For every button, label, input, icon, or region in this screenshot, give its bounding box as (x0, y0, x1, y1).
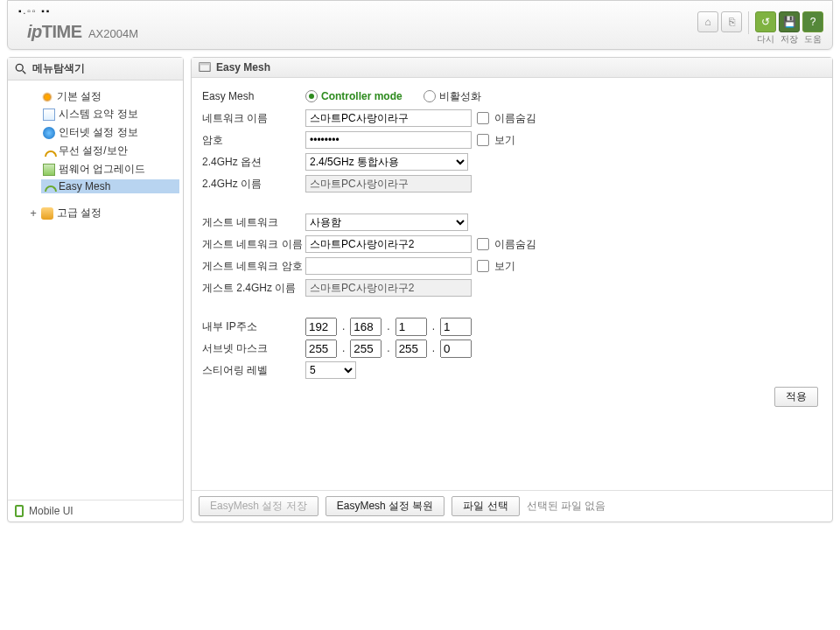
header-dots-icon: ▪.▫▫ ▪▪ (18, 6, 51, 16)
tree-label-system: 시스템 요약 정보 (59, 107, 138, 122)
guest-label: 게스트 네트워크 (202, 215, 305, 230)
mobile-icon (15, 505, 24, 517)
name24-input (305, 175, 472, 192)
tree-node-easymesh[interactable]: Easy Mesh (41, 179, 179, 193)
mode-controller-label[interactable]: Controller mode (321, 90, 402, 102)
guest-password-input[interactable] (305, 257, 472, 275)
apply-button[interactable]: 적용 (774, 387, 818, 407)
guest-ssid-hide-label[interactable]: 이름숨김 (494, 237, 536, 252)
reload-label: 다시 (755, 33, 776, 46)
opt24-label: 2.4GHz 옵션 (202, 155, 305, 170)
guest-name24-input (305, 279, 472, 297)
guest-name24-label: 게스트 2.4GHz 이름 (202, 281, 305, 296)
guest-password-show-label[interactable]: 보기 (494, 259, 515, 274)
restore-config-button[interactable]: EasyMesh 설정 복원 (326, 496, 445, 516)
logout-icon: ⎘ (729, 16, 735, 28)
tree-node-advanced[interactable]: + 고급 설정 (27, 205, 179, 221)
logo-time: TIME (42, 22, 82, 41)
opt24-select[interactable]: 2.4/5GHz 통합사용 (305, 153, 468, 171)
sidebar-footer[interactable]: Mobile UI (8, 500, 183, 522)
save-button[interactable]: 💾 (779, 11, 800, 32)
magnifier-icon (15, 63, 27, 75)
ip-octet-2[interactable] (350, 318, 382, 336)
mask-label: 서브넷 마스크 (202, 341, 305, 356)
guest-ssid-hide-checkbox[interactable] (477, 238, 489, 250)
globe-icon (43, 127, 55, 139)
ip-octet-1[interactable] (305, 318, 337, 336)
home-icon: ⌂ (704, 16, 710, 28)
tree-node-basic[interactable]: 기본 설정 (27, 88, 179, 105)
steering-select[interactable]: 5 (305, 361, 356, 379)
help-button[interactable]: ? (802, 11, 823, 32)
content-pane: Easy Mesh Easy Mesh Controller mode 비활성화 (191, 57, 833, 522)
svg-rect-3 (200, 63, 210, 66)
save-config-button: EasyMesh 설정 저장 (199, 496, 318, 516)
guest-ssid-input[interactable] (305, 235, 472, 253)
password-label: 암호 (202, 133, 305, 148)
content-title-text: Easy Mesh (216, 61, 270, 74)
tree-node-wireless[interactable]: 무선 설정/보안 (41, 143, 179, 159)
guest-password-label: 게스트 네트워크 암호 (202, 259, 305, 274)
content-title: Easy Mesh (192, 58, 832, 78)
form-body: Easy Mesh Controller mode 비활성화 네트워크 이름 (192, 78, 832, 490)
collapse-icon: + (29, 207, 38, 220)
wifi-icon (43, 145, 55, 158)
nav-tree: 기본 설정 시스템 요약 정보 인터넷 설정 정보 (8, 80, 183, 500)
mask-octet-2[interactable] (350, 340, 382, 358)
help-label: 도움 (802, 33, 823, 46)
gear-icon (41, 91, 53, 103)
mask-octet-3[interactable] (396, 340, 427, 358)
password-input[interactable] (305, 131, 472, 149)
save-icon: 💾 (783, 16, 796, 28)
tree-label-basic: 기본 설정 (57, 89, 102, 104)
tree-label-wireless: 무선 설정/보안 (59, 144, 128, 158)
password-show-label[interactable]: 보기 (494, 133, 515, 148)
logout-button[interactable]: ⎘ (721, 11, 742, 32)
mask-octet-4[interactable] (440, 340, 472, 358)
ssid-hide-checkbox[interactable] (477, 112, 489, 124)
content-footer: EasyMesh 설정 저장 EasyMesh 설정 복원 파일 선택 선택된 … (192, 490, 832, 522)
guest-ssid-label: 게스트 네트워크 이름 (202, 237, 305, 252)
password-show-checkbox[interactable] (477, 134, 489, 146)
model-label: AX2004M (88, 27, 138, 40)
ssid-input[interactable] (305, 109, 472, 127)
tools-icon (41, 207, 53, 220)
mask-octet-1[interactable] (305, 340, 337, 358)
svg-point-0 (16, 64, 23, 71)
mesh-icon (43, 180, 55, 192)
panel-icon (199, 61, 211, 74)
tree-label-advanced: 고급 설정 (57, 206, 102, 220)
tree-node-internet[interactable]: 인터넷 설정 정보 (41, 124, 179, 141)
tree-node-firmware[interactable]: 펌웨어 업그레이드 (41, 161, 179, 178)
brand-logo: ipTIME AX2004M (27, 22, 138, 42)
main-area: 메뉴탐색기 기본 설정 시스템 요약 정보 (0, 57, 840, 529)
file-select-button[interactable]: 파일 선택 (452, 496, 519, 516)
mode-disabled-label[interactable]: 비활성화 (439, 89, 481, 104)
document-icon (43, 108, 55, 121)
reload-icon: ↺ (761, 16, 770, 28)
guest-password-show-checkbox[interactable] (477, 260, 489, 272)
ssid-label: 네트워크 이름 (202, 111, 305, 126)
save-label: 저장 (779, 33, 800, 46)
mode-disabled-radio[interactable] (424, 90, 436, 102)
mode-controller-radio[interactable] (305, 90, 318, 102)
guest-select[interactable]: 사용함 (305, 214, 468, 231)
file-none-label: 선택된 파일 없음 (527, 499, 606, 514)
steering-label: 스티어링 레벨 (202, 363, 305, 378)
home-button[interactable]: ⌂ (697, 11, 718, 32)
ip-octet-4[interactable] (440, 318, 472, 336)
svg-line-1 (23, 70, 26, 74)
upgrade-icon (43, 164, 55, 176)
reload-button[interactable]: ↺ (755, 11, 776, 32)
ip-label: 내부 IP주소 (202, 319, 305, 334)
mode-label: Easy Mesh (202, 90, 305, 102)
tree-label-firmware: 펌웨어 업그레이드 (59, 162, 145, 177)
ssid-hide-label[interactable]: 이름숨김 (494, 111, 536, 126)
tree-node-system[interactable]: 시스템 요약 정보 (41, 106, 179, 122)
ip-octet-3[interactable] (396, 318, 427, 336)
header-separator (748, 11, 749, 34)
mobile-ui-link: Mobile UI (29, 505, 74, 517)
sidebar-pane: 메뉴탐색기 기본 설정 시스템 요약 정보 (7, 57, 184, 522)
tree-label-internet: 인터넷 설정 정보 (59, 125, 138, 140)
logo-ip: ip (27, 22, 42, 41)
